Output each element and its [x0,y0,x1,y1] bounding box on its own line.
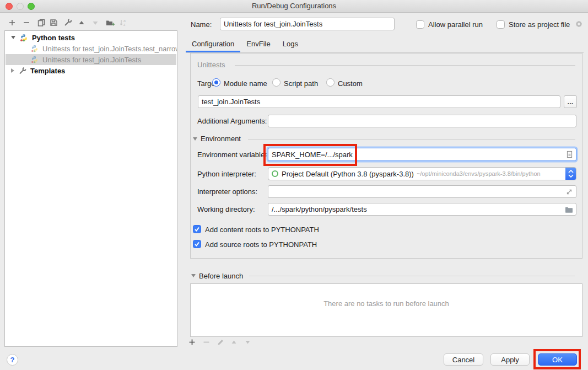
move-down-button[interactable] [90,17,101,28]
help-button[interactable]: ? [7,354,18,366]
copy-icon [37,18,46,27]
environment-collapse-chevron-icon[interactable] [193,137,197,141]
radio-custom[interactable] [326,78,335,87]
before-launch-collapse-chevron-icon[interactable] [191,274,196,277]
edit-task-button[interactable] [215,336,226,347]
new-folder-icon [105,18,115,27]
python-tests-icon [20,34,28,42]
target-input[interactable]: test_join.JoinTests [198,95,560,108]
chevron-down-icon[interactable] [11,36,15,39]
browse-environment-variables-button[interactable] [565,150,574,159]
working-directory-value: /.../spark/python/pyspark/tests [272,205,367,213]
tree-item-test-narrow[interactable]: Unittests for test_join.JoinTests.test_n… [6,43,176,54]
target-value: test_join.JoinTests [202,98,260,106]
move-down-icon [244,338,252,346]
radio-script-path-label: Script path [284,79,318,88]
wrench-icon [63,18,72,27]
unittests-group-title: Unittests [197,61,225,69]
conda-environment-icon [272,170,278,177]
radio-module-name[interactable] [212,78,220,87]
apply-button[interactable]: Apply [490,353,530,366]
radio-script-path[interactable] [272,78,280,87]
add-icon [8,18,17,27]
environment-variables-label: Environment variables: [197,151,270,159]
browse-working-directory-button[interactable] [564,205,574,213]
browse-target-button[interactable]: ... [564,95,577,108]
add-content-roots-label: Add content roots to PYTHONPATH [205,226,319,234]
before-launch-section-label[interactable]: Before launch [199,272,243,280]
allow-parallel-run-checkbox[interactable] [416,20,424,29]
remove-icon [202,338,211,346]
store-as-project-file-checkbox[interactable] [497,20,505,29]
name-label: Name: [191,20,212,29]
variables-list-icon [565,150,574,159]
interpreter-options-input[interactable] [268,185,576,198]
add-source-roots-label: Add source roots to PYTHONPATH [205,240,317,249]
templates-wrench-icon [18,67,26,75]
environment-divider [248,139,575,140]
ellipsis-icon: ... [568,100,574,104]
add-task-button[interactable] [186,336,197,347]
save-configuration-button[interactable] [48,17,59,28]
expand-diagonal-icon [565,187,574,196]
additional-arguments-label: Additional Arguments: [197,117,267,126]
expand-field-button[interactable] [565,187,574,196]
group-divider [235,65,575,66]
run-debug-configurations-dialog: Run/Debug Configurations az Python tests [0,0,588,370]
name-value: Unittests for test_join.JoinTests [224,20,322,28]
folder-icon [564,205,574,213]
tab-logs[interactable]: Logs [277,36,304,52]
save-icon [49,18,58,27]
move-down-icon [91,18,100,27]
add-content-roots-checkbox[interactable] [193,225,201,233]
move-up-button[interactable] [76,17,87,28]
working-directory-input[interactable]: /.../spark/python/pyspark/tests [268,203,576,216]
move-task-up-button[interactable] [228,336,239,347]
ok-button[interactable]: OK [538,353,577,366]
remove-task-button[interactable] [201,336,212,347]
question-mark-icon: ? [10,356,15,364]
tree-item-python-tests[interactable]: Python tests [6,32,176,43]
environment-variables-input[interactable]: SPARK_HOME=/.../spark [268,148,576,161]
tree-item-templates[interactable]: Templates [6,65,176,76]
tree-item-jointests-selected[interactable]: Unittests for test_join.JoinTests [6,54,176,65]
dropdown-stepper-icon[interactable] [565,167,576,180]
tab-envfile[interactable]: EnvFile [240,36,276,52]
before-launch-divider [249,276,575,276]
tree-item-label: Templates [30,67,65,75]
window-title: Run/Debug Configurations [0,0,588,12]
interpreter-options-label: Interpreter options: [197,187,257,196]
name-input[interactable]: Unittests for test_join.JoinTests [220,18,395,30]
gear-icon [574,19,584,29]
additional-arguments-input[interactable] [268,115,576,127]
move-task-down-button[interactable] [242,336,253,347]
configurations-tree: Python tests Unittests for test_join.Joi… [4,30,177,347]
titlebar: Run/Debug Configurations [0,0,588,13]
environment-variables-value: SPARK_HOME=/.../spark [272,151,353,159]
tab-configuration[interactable]: Configuration [186,36,240,52]
python-interpreter-select[interactable]: Project Default (Python 3.8 (pyspark-3.8… [268,167,576,180]
radio-module-name-label: Module name [224,79,267,88]
svg-text:z: z [123,23,126,26]
tab-bar: Configuration EnvFile Logs [186,36,304,52]
add-configuration-button[interactable] [7,17,18,28]
sort-configurations-button[interactable]: az [117,17,128,28]
tree-item-label: Unittests for test_join.JoinTests [42,56,141,64]
working-directory-label: Working directory: [197,205,255,214]
chevron-right-icon[interactable] [11,68,14,73]
cancel-button[interactable]: Cancel [444,353,483,366]
new-folder-button[interactable] [105,17,116,28]
copy-configuration-button[interactable] [36,17,47,28]
pencil-icon [217,338,225,346]
edit-templates-button[interactable] [62,17,73,28]
tree-item-label: Python tests [32,34,75,42]
before-launch-empty-text: There are no tasks to run before launch [191,299,582,308]
store-settings-gear-button[interactable] [574,19,584,30]
add-icon [188,338,196,346]
python-interpreter-label: Python interpreter: [197,170,256,179]
environment-section-label[interactable]: Environment [201,135,241,143]
radio-custom-label: Custom [338,79,363,88]
remove-configuration-button[interactable] [21,17,32,28]
sort-alphabetically-icon: az [118,18,127,27]
add-source-roots-checkbox[interactable] [193,240,201,248]
